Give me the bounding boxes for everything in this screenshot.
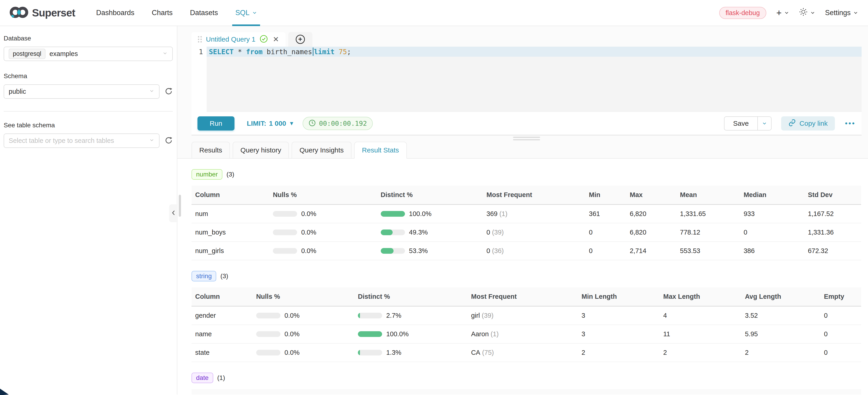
close-tab-icon[interactable]: ✕ [273,35,279,44]
table-cell: 100.0% [354,325,467,343]
tab-query-insights[interactable]: Query Insights [291,142,351,158]
frequent-count: (75) [482,349,494,356]
column-count: (3) [226,171,234,178]
query-tabstrip: Untitled Query 1 ✕ + [191,32,862,47]
elapsed-time: 00:00:00.192 [319,120,367,127]
save-options-button[interactable] [758,116,772,130]
bar-track [358,331,382,337]
limit-dropdown[interactable]: LIMIT: 1 000 ▼ [247,120,294,127]
column-header: Min Length [578,287,659,306]
new-item-button[interactable]: + [776,8,789,18]
pane-resize-handle[interactable] [191,135,862,142]
more-options-button[interactable]: ••• [845,120,856,127]
refresh-tables-icon[interactable] [164,136,173,145]
table-cell: 0(36) [483,242,585,260]
link-icon [788,119,796,128]
column-header: Min [538,389,674,395]
column-count: (1) [217,374,225,382]
table-cell: 3 [578,325,659,343]
schema-label: Schema [4,72,173,80]
theme-toggle-button[interactable] [799,7,815,18]
database-select[interactable]: postgresql examples [4,47,173,61]
frequent-count: (1) [491,330,499,338]
tab-results[interactable]: Results [191,142,230,158]
brand-name: Superset [32,7,75,19]
query-tab[interactable]: Untitled Query 1 ✕ [191,32,285,47]
section-header: string(3) [191,271,861,281]
nav-charts[interactable]: Charts [149,0,176,26]
table-select[interactable]: Select table or type to search tables [4,133,159,148]
code-line-1: SELECT * from birth_nameslimit 75; [207,47,862,57]
percent-bar: 49.3% [381,229,479,236]
navbar: Superset Dashboards Charts Datasets SQL … [0,0,868,26]
clock-icon [309,119,316,127]
chevron-left-icon [171,210,176,217]
column-header: Column [191,287,252,306]
column-header: Std Dev [804,186,861,205]
frequent-value: Aaron [471,330,489,338]
percent-bar: 0.0% [273,229,373,236]
copy-link-button[interactable]: Copy link [781,116,835,130]
table-cell: state [191,343,252,362]
section-header: date(1) [191,373,861,383]
column-header: Nulls % [242,389,329,395]
frequent-count: (39) [492,229,504,236]
query-timer: 00:00:00.192 [303,117,373,130]
table-cell: name [191,325,252,343]
chevron-down-icon [149,137,154,145]
stats-table: ColumnNulls %Distinct %Most FrequentMinM… [191,186,861,261]
refresh-schemas-icon[interactable] [164,87,173,96]
column-header: Mean [676,186,740,205]
chevron-down-icon [784,10,789,15]
table-cell: 6,820 [626,205,677,223]
tab-query-history[interactable]: Query history [232,142,289,158]
table-cell: 0 [820,306,861,325]
nav-datasets[interactable]: Datasets [187,0,221,26]
brand[interactable]: Superset [9,0,75,26]
save-button[interactable]: Save [724,116,758,130]
tab-result-stats[interactable]: Result Stats [354,142,407,159]
column-header: Median [740,186,804,205]
editor-code-area[interactable]: SELECT * from birth_nameslimit 75; [207,47,862,112]
collapse-sidebar-button[interactable] [169,204,178,222]
table-cell: 0.0% [269,205,377,223]
sql-editor[interactable]: 1 SELECT * from birth_nameslimit 75; [191,47,862,112]
scrollbar-thumb[interactable] [179,195,181,217]
schema-select[interactable]: public [4,84,159,99]
table-cell: 0.0% [252,325,354,343]
table-cell: 672.32 [804,242,861,260]
query-tab-title: Untitled Query 1 [206,35,255,43]
database-engine-tag: postgresql [9,49,45,59]
nav-dashboards[interactable]: Dashboards [93,0,137,26]
bar-track [358,350,382,356]
database-label: Database [4,35,173,42]
column-header: Nulls % [252,287,354,306]
percent-label: 0.0% [301,210,316,218]
bar-track [256,350,280,356]
column-header: Most Frequent [408,389,538,395]
new-query-tab-button[interactable]: + [288,32,312,47]
table-cell: 5.95 [741,325,820,343]
frequent-value: 0 [487,229,490,236]
run-button[interactable]: Run [197,116,235,130]
table-cell: 2 [578,343,659,362]
column-header: Nulls % [269,186,377,205]
table-header-row: ColumnNulls %Distinct %Most FrequentMinM… [191,389,861,395]
table-cell: num_girls [191,242,269,260]
drag-handle-icon[interactable] [198,36,202,42]
column-header: Distinct % [329,389,408,395]
type-badge: number [191,169,222,180]
table-row: num_girls0.0%53.3%0(36)02,714553.5338667… [191,242,861,260]
column-header: Column [191,186,269,205]
percent-label: 53.3% [409,247,428,255]
nav-sql[interactable]: SQL [232,0,260,26]
table-cell: num [191,205,269,223]
percent-bar: 0.0% [273,247,373,255]
table-cell: 0 [820,343,861,362]
table-cell: 2.7% [354,306,467,325]
percent-label: 49.3% [409,229,428,236]
table-cell: 4 [659,306,741,325]
editor-gutter: 1 [191,47,207,112]
column-header: Column [191,389,242,395]
settings-menu[interactable]: Settings [825,9,858,17]
